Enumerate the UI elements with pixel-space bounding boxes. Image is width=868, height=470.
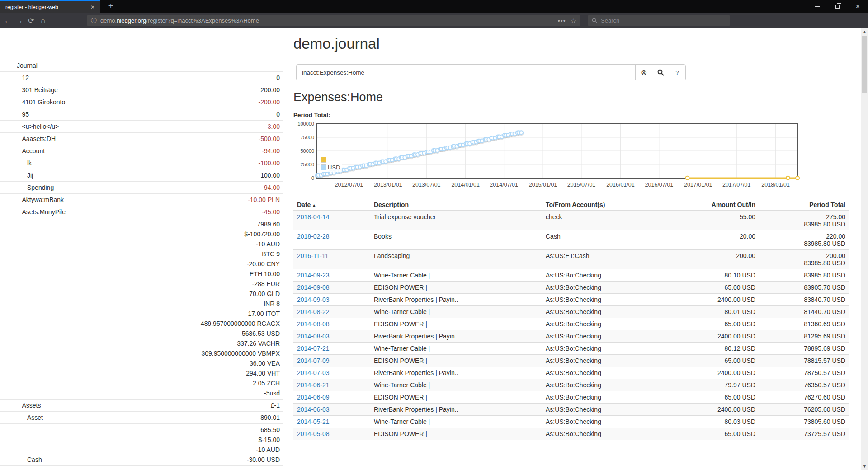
- transaction-description: Wine-Tarner Cable |: [370, 343, 542, 355]
- account-balance: 0: [276, 73, 280, 83]
- minimize-icon: [815, 6, 820, 7]
- account-link[interactable]: Asset: [0, 413, 260, 423]
- new-tab-button[interactable]: +: [104, 0, 118, 13]
- svg-text:50000: 50000: [300, 148, 314, 154]
- account-link[interactable]: lk: [0, 158, 259, 168]
- transaction-account: As:US:Bo:Checking: [542, 416, 669, 428]
- account-balance: -200.00: [259, 97, 280, 107]
- transaction-date-link[interactable]: 2014-09-23: [297, 272, 330, 279]
- account-link[interactable]: Asets:MunyPile: [0, 207, 262, 217]
- chart-legend: USD: [320, 155, 342, 172]
- svg-text:2014/01/01: 2014/01/01: [451, 182, 480, 188]
- transaction-description: EDISON POWER |: [370, 282, 542, 294]
- browser-tab[interactable]: register - hledger-web ✕: [0, 0, 100, 13]
- account-link[interactable]: 12: [0, 73, 276, 83]
- transaction-date-link[interactable]: 2016-11-11: [297, 252, 329, 259]
- account-link[interactable]: Spending: [0, 183, 262, 193]
- chart-canvas: 2012/07/012013/01/012013/07/012014/01/01…: [293, 120, 809, 192]
- account-link[interactable]: 95: [0, 109, 276, 119]
- account-link[interactable]: Aaasets:DH: [0, 134, 259, 144]
- transaction-date-link[interactable]: 2014-07-09: [297, 357, 330, 364]
- svg-text:2012/07/01: 2012/07/01: [335, 182, 363, 188]
- window-close-button[interactable]: ✕: [848, 0, 868, 13]
- account-link[interactable]: Aktywa:mBank: [0, 195, 248, 205]
- legend-label-usd: USD: [328, 164, 340, 171]
- transaction-date-link[interactable]: 2018-04-14: [297, 213, 330, 221]
- scroll-down-icon[interactable]: ▼: [861, 464, 868, 469]
- url-bar[interactable]: ⓘ demo.hledger.org/register?q=inacct%3AE…: [87, 15, 580, 26]
- forward-button[interactable]: →: [14, 17, 25, 25]
- sidebar-account-row: Asset890.01: [0, 412, 283, 424]
- sidebar-account-row: 950: [0, 108, 283, 121]
- transaction-account: As:US:Bo:Checking: [542, 391, 669, 404]
- window-minimize-button[interactable]: [807, 0, 827, 13]
- transaction-account: As:US:Bo:Checking: [542, 306, 669, 318]
- account-link[interactable]: Cash: [0, 455, 247, 465]
- help-button[interactable]: ?: [669, 64, 686, 80]
- legend-swatch-usd: [321, 164, 326, 170]
- sidebar-account-row: 4101 Girokonto-200.00: [0, 96, 283, 108]
- table-row: 2014-08-03RiverBank Properties | Payin..…: [293, 330, 849, 343]
- transaction-date-link[interactable]: 2018-02-28: [297, 233, 330, 240]
- transaction-account: check: [542, 211, 669, 230]
- register-main: demo.journal ⊗ ? Expenses:Home Period To…: [293, 28, 849, 440]
- svg-text:2013/07/01: 2013/07/01: [412, 182, 441, 188]
- register-table: Date▲ Description To/From Account(s) Amo…: [293, 199, 849, 440]
- period-total-cell: 78815.57 USD: [759, 355, 849, 367]
- sidebar-journal-link[interactable]: Journal: [0, 60, 283, 72]
- period-total-cell: 83905.70 USD: [759, 282, 849, 294]
- account-link[interactable]: Assets: [0, 400, 271, 410]
- account-balance: -100.00: [259, 158, 280, 168]
- sidebar-account-row: -117.00: [0, 466, 283, 470]
- account-heading: Expenses:Home: [293, 90, 849, 104]
- transaction-account: As:US:Bo:Checking: [542, 294, 669, 306]
- reload-button[interactable]: ⟳: [25, 16, 37, 25]
- window-restore-button[interactable]: [827, 0, 848, 13]
- account-link[interactable]: 301 Beiträge: [0, 85, 260, 95]
- transaction-date-link[interactable]: 2014-08-22: [297, 308, 330, 315]
- browser-search-field[interactable]: Search: [588, 15, 730, 26]
- scrollbar-thumb[interactable]: [862, 36, 867, 93]
- transaction-date-link[interactable]: 2014-05-08: [297, 430, 330, 437]
- transaction-date-link[interactable]: 2014-06-21: [297, 381, 330, 389]
- transaction-amount: 80.12 USD: [669, 343, 759, 355]
- account-balance: -500.00: [259, 134, 280, 144]
- transaction-amount: 2400.00 USD: [669, 404, 759, 416]
- home-button[interactable]: ⌂: [37, 17, 49, 25]
- transaction-description: RiverBank Properties | Payin..: [370, 330, 542, 343]
- page-actions-icon[interactable]: •••: [558, 17, 566, 24]
- sidebar-account-row: Asets:MunyPile-45.00: [0, 206, 283, 218]
- svg-text:2016/01/01: 2016/01/01: [606, 182, 635, 188]
- svg-text:2017/07/01: 2017/07/01: [722, 182, 751, 188]
- clear-query-button[interactable]: ⊗: [635, 64, 652, 80]
- period-total-label: Period Total:: [293, 112, 849, 118]
- transaction-date-link[interactable]: 2014-06-03: [297, 406, 330, 413]
- account-link[interactable]: 4101 Girokonto: [0, 97, 259, 107]
- table-row: 2014-07-03RiverBank Properties | Payin..…: [293, 367, 849, 379]
- table-row: 2014-07-09EDISON POWER |As:US:Bo:Checkin…: [293, 355, 849, 367]
- page-scrollbar[interactable]: ▲ ▼: [861, 28, 868, 470]
- transaction-date-link[interactable]: 2014-08-03: [297, 333, 330, 340]
- submit-search-button[interactable]: [652, 64, 669, 80]
- account-link[interactable]: Account: [0, 146, 262, 156]
- transaction-amount: 79.97 USD: [669, 379, 759, 391]
- transaction-date-link[interactable]: 2014-09-03: [297, 296, 330, 303]
- tab-close-icon[interactable]: ✕: [89, 3, 97, 11]
- transaction-account: Cash: [542, 230, 669, 250]
- transaction-date-link[interactable]: 2014-07-21: [297, 345, 330, 352]
- query-input[interactable]: [296, 64, 636, 80]
- account-link[interactable]: <u>hello</u>: [0, 122, 265, 132]
- svg-text:25000: 25000: [300, 162, 314, 167]
- scroll-up-icon[interactable]: ▲: [861, 29, 868, 34]
- transaction-date-link[interactable]: 2014-06-09: [297, 394, 330, 401]
- transaction-date-link[interactable]: 2014-07-03: [297, 369, 330, 376]
- transaction-date-link[interactable]: 2014-09-08: [297, 284, 330, 291]
- transaction-date-link[interactable]: 2014-05-21: [297, 418, 330, 425]
- col-description: Description: [370, 199, 542, 211]
- transaction-date-link[interactable]: 2014-08-08: [297, 320, 330, 328]
- bookmark-star-icon[interactable]: ☆: [571, 17, 576, 25]
- back-button[interactable]: ←: [2, 17, 14, 25]
- account-link[interactable]: Jij: [0, 170, 260, 180]
- site-info-icon[interactable]: ⓘ: [91, 17, 97, 25]
- col-date[interactable]: Date▲: [293, 199, 370, 211]
